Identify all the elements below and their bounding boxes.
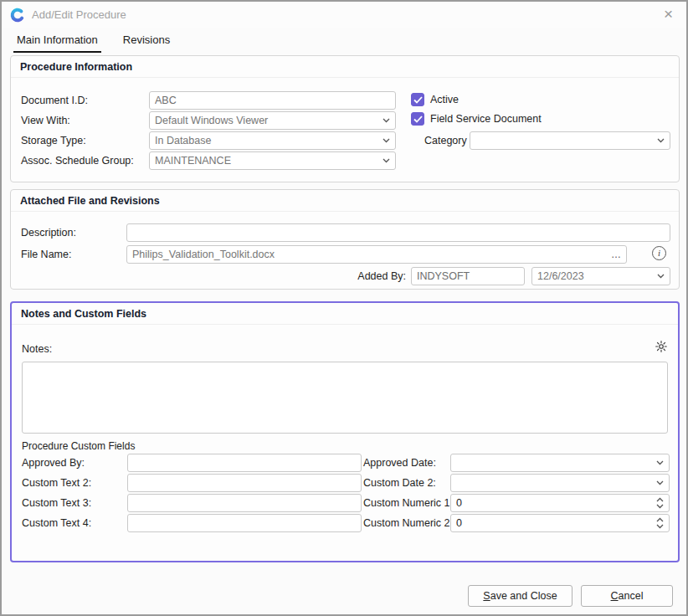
notes-textarea[interactable]: [22, 362, 668, 434]
notes-custom-fields-title: Notes and Custom Fields: [12, 303, 678, 325]
custom-text-3-input[interactable]: [127, 494, 362, 512]
browse-ellipsis-button[interactable]: …: [611, 246, 621, 263]
procedure-information-title: Procedure Information: [11, 56, 679, 78]
custom-text-2-label: Custom Text 2:: [22, 474, 91, 492]
custom-numeric-1-stepper[interactable]: 0: [450, 494, 670, 512]
custom-text-4-input[interactable]: [127, 514, 362, 532]
custom-text-3-label: Custom Text 3:: [22, 494, 91, 512]
custom-numeric-2-stepper[interactable]: 0: [450, 514, 670, 532]
storage-type-value: In Database: [155, 135, 383, 146]
chevron-down-icon: [383, 138, 390, 143]
field-service-document-checkbox[interactable]: [411, 112, 424, 126]
view-with-label: View With:: [21, 111, 70, 130]
info-icon[interactable]: i: [652, 246, 666, 260]
spinner-up-down-icon[interactable]: [656, 497, 664, 509]
close-icon[interactable]: ×: [660, 2, 676, 27]
chevron-down-icon: [383, 158, 390, 163]
procedure-custom-fields-caption: Procedure Custom Fields: [22, 439, 135, 454]
chevron-down-icon: [656, 460, 664, 465]
approved-date-label: Approved Date:: [363, 454, 436, 472]
active-checkbox[interactable]: [411, 93, 424, 106]
category-dropdown[interactable]: [470, 131, 670, 150]
file-name-label: File Name:: [21, 245, 71, 264]
schedule-group-dropdown[interactable]: MAINTENANCE: [149, 151, 396, 170]
approved-by-label: Approved By:: [22, 454, 85, 472]
notes-custom-fields-group: Notes and Custom Fields Notes: Procedure…: [10, 301, 680, 562]
view-with-value: Default Windows Viewer: [155, 115, 383, 126]
approved-by-input[interactable]: [127, 454, 362, 472]
storage-type-label: Storage Type:: [21, 131, 86, 150]
gear-icon[interactable]: [655, 340, 668, 357]
cancel-button[interactable]: Cancel: [581, 585, 673, 607]
window-title: Add/Edit Procedure: [32, 2, 126, 28]
chevron-down-icon: [657, 274, 665, 279]
added-date-dropdown[interactable]: 12/6/2023: [531, 267, 670, 285]
tab-revisions[interactable]: Revisions: [120, 32, 173, 53]
custom-text-4-label: Custom Text 4:: [22, 514, 91, 532]
custom-numeric-2-value: 0: [456, 517, 656, 529]
file-name-field[interactable]: Philips_Validation_Toolkit.docx …: [126, 245, 627, 264]
added-by-label: Added By:: [305, 267, 406, 285]
custom-numeric-1-label: Custom Numeric 1:: [363, 494, 453, 512]
custom-date-2-label: Custom Date 2:: [363, 474, 436, 492]
schedule-group-label: Assoc. Schedule Group:: [21, 151, 134, 170]
description-input[interactable]: [126, 223, 670, 242]
file-name-value: Philips_Validation_Toolkit.docx: [132, 249, 608, 260]
add-edit-procedure-dialog: Add/Edit Procedure × Main Information Re…: [0, 0, 688, 616]
spinner-up-down-icon[interactable]: [656, 517, 664, 529]
save-and-close-button[interactable]: Save and Close: [468, 585, 572, 607]
attached-file-title: Attached File and Revisions: [11, 190, 679, 212]
chevron-down-icon: [657, 138, 665, 143]
attached-file-group: Attached File and Revisions Description:…: [10, 189, 680, 290]
title-bar: Add/Edit Procedure ×: [2, 2, 686, 28]
tab-main-information[interactable]: Main Information: [13, 32, 101, 53]
added-by-input[interactable]: [411, 267, 525, 285]
procedure-information-group: Procedure Information Document I.D: View…: [10, 55, 680, 182]
field-service-document-label: Field Service Document: [430, 110, 542, 128]
schedule-group-value: MAINTENANCE: [155, 155, 383, 167]
chevron-down-icon: [656, 480, 664, 485]
active-label: Active: [430, 90, 459, 109]
view-with-dropdown[interactable]: Default Windows Viewer: [149, 111, 396, 130]
notes-label: Notes:: [22, 340, 52, 358]
app-logo-icon: [10, 8, 25, 23]
storage-type-dropdown[interactable]: In Database: [149, 131, 396, 150]
added-date-value: 12/6/2023: [537, 270, 657, 282]
description-label: Description:: [21, 223, 76, 242]
document-id-input[interactable]: [149, 91, 396, 110]
custom-numeric-2-label: Custom Numeric 2:: [363, 514, 453, 532]
document-id-label: Document I.D:: [21, 91, 88, 110]
category-label: Category: [424, 131, 467, 150]
custom-date-2-dropdown[interactable]: [450, 474, 670, 492]
chevron-down-icon: [383, 118, 390, 123]
approved-date-dropdown[interactable]: [450, 454, 670, 472]
tab-strip: Main Information Revisions: [13, 32, 173, 53]
custom-text-2-input[interactable]: [127, 474, 362, 492]
custom-numeric-1-value: 0: [456, 497, 656, 509]
